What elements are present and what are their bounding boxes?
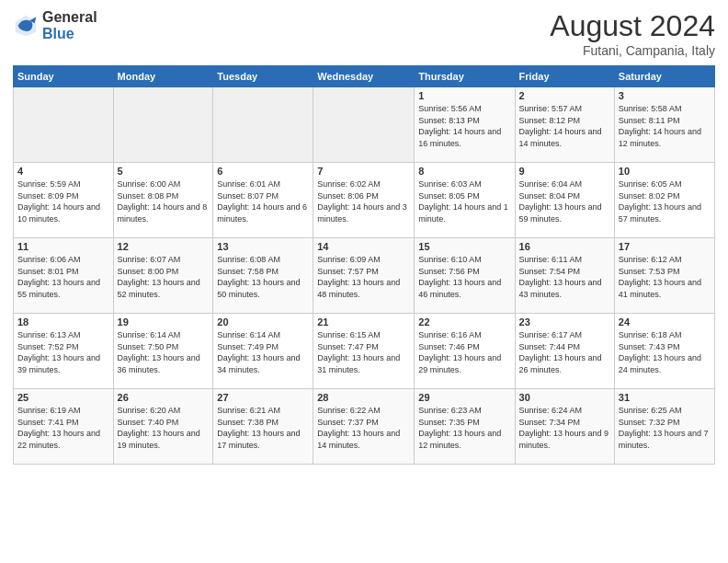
calendar-week-row: 18Sunrise: 6:13 AM Sunset: 7:52 PM Dayli… (14, 314, 715, 389)
day-info: Sunrise: 6:15 AM Sunset: 7:47 PM Dayligh… (317, 329, 410, 375)
calendar-cell: 30Sunrise: 6:24 AM Sunset: 7:34 PM Dayli… (515, 389, 614, 465)
day-info: Sunrise: 6:17 AM Sunset: 7:44 PM Dayligh… (519, 329, 610, 375)
day-number: 15 (418, 241, 510, 252)
calendar-cell: 27Sunrise: 6:21 AM Sunset: 7:38 PM Dayli… (213, 389, 313, 465)
col-wednesday: Wednesday (313, 66, 415, 87)
calendar-cell: 29Sunrise: 6:23 AM Sunset: 7:35 PM Dayli… (415, 389, 515, 465)
calendar-cell (113, 87, 213, 163)
day-info: Sunrise: 6:06 AM Sunset: 8:01 PM Dayligh… (17, 254, 109, 300)
calendar-cell: 22Sunrise: 6:16 AM Sunset: 7:46 PM Dayli… (415, 314, 515, 389)
day-number: 17 (619, 241, 711, 252)
calendar-header-row: Sunday Monday Tuesday Wednesday Thursday… (14, 66, 715, 87)
day-number: 24 (619, 316, 711, 327)
calendar-cell: 16Sunrise: 6:11 AM Sunset: 7:54 PM Dayli… (515, 238, 614, 314)
day-number: 30 (519, 392, 610, 403)
day-number: 21 (317, 316, 410, 327)
col-thursday: Thursday (415, 66, 515, 87)
day-info: Sunrise: 6:16 AM Sunset: 7:46 PM Dayligh… (418, 329, 510, 375)
day-info: Sunrise: 6:08 AM Sunset: 7:58 PM Dayligh… (217, 254, 309, 300)
day-info: Sunrise: 6:03 AM Sunset: 8:05 PM Dayligh… (418, 178, 510, 224)
calendar-table: Sunday Monday Tuesday Wednesday Thursday… (13, 65, 715, 465)
calendar-week-row: 1Sunrise: 5:56 AM Sunset: 8:13 PM Daylig… (14, 87, 715, 163)
calendar-cell (313, 87, 415, 163)
day-number: 12 (118, 241, 210, 252)
day-info: Sunrise: 6:12 AM Sunset: 7:53 PM Dayligh… (619, 254, 711, 300)
day-info: Sunrise: 6:14 AM Sunset: 7:50 PM Dayligh… (118, 329, 210, 375)
day-number: 9 (519, 166, 610, 177)
day-info: Sunrise: 6:01 AM Sunset: 8:07 PM Dayligh… (217, 178, 309, 224)
location-subtitle: Futani, Campania, Italy (550, 43, 715, 58)
day-number: 8 (418, 166, 510, 177)
day-number: 20 (217, 316, 309, 327)
calendar-cell: 21Sunrise: 6:15 AM Sunset: 7:47 PM Dayli… (313, 314, 415, 389)
calendar-cell: 10Sunrise: 6:05 AM Sunset: 8:02 PM Dayli… (614, 163, 714, 238)
day-info: Sunrise: 6:20 AM Sunset: 7:40 PM Dayligh… (118, 405, 210, 451)
calendar-cell: 11Sunrise: 6:06 AM Sunset: 8:01 PM Dayli… (14, 238, 114, 314)
calendar-week-row: 4Sunrise: 5:59 AM Sunset: 8:09 PM Daylig… (14, 163, 715, 238)
day-info: Sunrise: 5:57 AM Sunset: 8:12 PM Dayligh… (519, 103, 610, 149)
day-number: 5 (118, 166, 210, 177)
calendar-cell: 18Sunrise: 6:13 AM Sunset: 7:52 PM Dayli… (14, 314, 114, 389)
day-number: 1 (418, 90, 510, 101)
day-number: 19 (118, 316, 210, 327)
calendar-cell: 14Sunrise: 6:09 AM Sunset: 7:57 PM Dayli… (313, 238, 415, 314)
day-number: 10 (619, 166, 711, 177)
logo: General Blue (13, 9, 97, 42)
calendar-cell: 25Sunrise: 6:19 AM Sunset: 7:41 PM Dayli… (14, 389, 114, 465)
day-number: 6 (217, 166, 309, 177)
calendar-cell: 4Sunrise: 5:59 AM Sunset: 8:09 PM Daylig… (14, 163, 114, 238)
calendar-cell: 7Sunrise: 6:02 AM Sunset: 8:06 PM Daylig… (313, 163, 415, 238)
calendar-cell: 20Sunrise: 6:14 AM Sunset: 7:49 PM Dayli… (213, 314, 313, 389)
day-number: 23 (519, 316, 610, 327)
col-tuesday: Tuesday (213, 66, 313, 87)
calendar-cell: 15Sunrise: 6:10 AM Sunset: 7:56 PM Dayli… (415, 238, 515, 314)
calendar-cell: 1Sunrise: 5:56 AM Sunset: 8:13 PM Daylig… (415, 87, 515, 163)
calendar-cell: 8Sunrise: 6:03 AM Sunset: 8:05 PM Daylig… (415, 163, 515, 238)
calendar-cell: 13Sunrise: 6:08 AM Sunset: 7:58 PM Dayli… (213, 238, 313, 314)
day-info: Sunrise: 6:21 AM Sunset: 7:38 PM Dayligh… (217, 405, 309, 451)
col-monday: Monday (113, 66, 213, 87)
calendar-cell: 12Sunrise: 6:07 AM Sunset: 8:00 PM Dayli… (113, 238, 213, 314)
day-info: Sunrise: 6:13 AM Sunset: 7:52 PM Dayligh… (17, 329, 109, 375)
calendar-cell: 23Sunrise: 6:17 AM Sunset: 7:44 PM Dayli… (515, 314, 614, 389)
day-number: 4 (17, 166, 109, 177)
day-info: Sunrise: 6:23 AM Sunset: 7:35 PM Dayligh… (418, 405, 510, 451)
calendar-cell: 24Sunrise: 6:18 AM Sunset: 7:43 PM Dayli… (614, 314, 714, 389)
day-number: 13 (217, 241, 309, 252)
day-number: 16 (519, 241, 610, 252)
logo-icon (13, 13, 39, 39)
calendar-cell: 31Sunrise: 6:25 AM Sunset: 7:32 PM Dayli… (614, 389, 714, 465)
day-number: 22 (418, 316, 510, 327)
day-info: Sunrise: 6:09 AM Sunset: 7:57 PM Dayligh… (317, 254, 410, 300)
day-info: Sunrise: 6:18 AM Sunset: 7:43 PM Dayligh… (619, 329, 711, 375)
day-number: 29 (418, 392, 510, 403)
day-info: Sunrise: 6:11 AM Sunset: 7:54 PM Dayligh… (519, 254, 610, 300)
day-info: Sunrise: 6:02 AM Sunset: 8:06 PM Dayligh… (317, 178, 410, 224)
day-info: Sunrise: 5:58 AM Sunset: 8:11 PM Dayligh… (619, 103, 711, 149)
day-number: 7 (317, 166, 410, 177)
calendar-cell: 28Sunrise: 6:22 AM Sunset: 7:37 PM Dayli… (313, 389, 415, 465)
day-number: 26 (118, 392, 210, 403)
calendar-cell: 17Sunrise: 6:12 AM Sunset: 7:53 PM Dayli… (614, 238, 714, 314)
logo-general-text: General (42, 9, 97, 26)
calendar-cell (14, 87, 114, 163)
day-number: 25 (17, 392, 109, 403)
day-number: 2 (519, 90, 610, 101)
day-info: Sunrise: 6:04 AM Sunset: 8:04 PM Dayligh… (519, 178, 610, 224)
day-info: Sunrise: 6:19 AM Sunset: 7:41 PM Dayligh… (17, 405, 109, 451)
title-block: August 2024 Futani, Campania, Italy (550, 9, 715, 58)
day-info: Sunrise: 6:25 AM Sunset: 7:32 PM Dayligh… (619, 405, 711, 451)
calendar-cell: 3Sunrise: 5:58 AM Sunset: 8:11 PM Daylig… (614, 87, 714, 163)
calendar-cell: 9Sunrise: 6:04 AM Sunset: 8:04 PM Daylig… (515, 163, 614, 238)
day-info: Sunrise: 6:05 AM Sunset: 8:02 PM Dayligh… (619, 178, 711, 224)
calendar-cell (213, 87, 313, 163)
calendar-cell: 19Sunrise: 6:14 AM Sunset: 7:50 PM Dayli… (113, 314, 213, 389)
day-number: 3 (619, 90, 711, 101)
day-number: 28 (317, 392, 410, 403)
day-info: Sunrise: 5:56 AM Sunset: 8:13 PM Dayligh… (418, 103, 510, 149)
day-number: 14 (317, 241, 410, 252)
calendar-cell: 2Sunrise: 5:57 AM Sunset: 8:12 PM Daylig… (515, 87, 614, 163)
day-number: 18 (17, 316, 109, 327)
calendar-cell: 26Sunrise: 6:20 AM Sunset: 7:40 PM Dayli… (113, 389, 213, 465)
month-title: August 2024 (550, 9, 715, 43)
